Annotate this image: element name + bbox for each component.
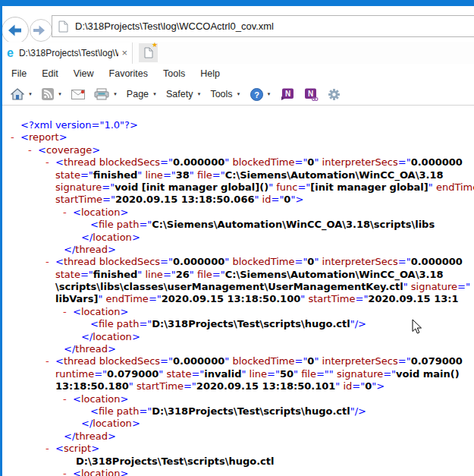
xml-token-m: =" (297, 181, 310, 193)
xml-token-v: 2020.09.15 13:18:50.101 (196, 380, 336, 392)
xml-token-m: =" (80, 269, 93, 280)
feeds-button[interactable]: ▼ (37, 84, 67, 104)
xml-token-v: finished (93, 269, 137, 280)
xml-line: -<location> (0, 468, 474, 476)
xml-token-n: thread (75, 343, 108, 355)
home-button[interactable]: ▼ (6, 84, 37, 104)
xml-token-n: blockedTime (232, 355, 294, 367)
xml-token-m: " (224, 156, 232, 168)
home-dropdown-caret[interactable]: ▼ (28, 92, 33, 96)
xml-line: </thread> (0, 430, 474, 443)
xml-token-n: state (55, 269, 80, 280)
xml-token-v: 0.000000 (411, 256, 463, 267)
menu-tools[interactable]: Tools (155, 65, 193, 82)
xml-token-m: " (268, 181, 276, 193)
safety-dropdown-caret: ▼ (196, 92, 201, 96)
xml-token-n: file path (99, 405, 140, 417)
xml-token-n: startTime (137, 380, 184, 392)
xml-token-n: report (29, 131, 59, 143)
xml-token-v: 50 (280, 368, 294, 380)
collapse-toggle[interactable]: - (46, 156, 49, 169)
xml-token-n: location (93, 331, 132, 342)
xml-token-m: =" (139, 219, 152, 230)
read-mail-button[interactable] (67, 84, 89, 104)
xml-line: state="finished" line="38" file="C:\Siem… (0, 169, 474, 181)
collapse-toggle[interactable]: - (46, 355, 49, 367)
help-button[interactable]: ? ▼ (246, 84, 276, 104)
xml-token-m: > (108, 430, 116, 442)
xml-token-n: thread blockedSecs (64, 355, 160, 367)
xml-token-m: > (121, 306, 129, 317)
xml-token-v: 2020.09.15 13:18:50.100 (162, 293, 301, 304)
collapse-toggle[interactable]: - (11, 131, 14, 143)
xml-token-n: thread blockedSecs (64, 156, 160, 168)
back-button[interactable] (2, 17, 29, 44)
xml-token-m: =" (457, 281, 470, 292)
xml-token-n: endTime (436, 181, 474, 193)
collapse-toggle[interactable]: - (63, 306, 67, 318)
print-button[interactable]: ▼ (89, 84, 122, 104)
forward-button[interactable] (30, 19, 52, 42)
settings-button[interactable] (323, 84, 345, 104)
home-icon (11, 88, 24, 100)
xml-token-m: > (132, 418, 140, 429)
xml-token-n: location (81, 393, 121, 405)
menu-edit[interactable]: Edit (34, 65, 66, 82)
address-bar[interactable]: D:\318Projects\Test\log\WCCOActrl0_cov.x… (52, 15, 474, 37)
xml-token-n: thread (75, 430, 108, 442)
xml-token-v: D:\318Projects\Test\scripts\hugo.ctl (152, 405, 350, 417)
xml-token-m: =" (294, 256, 307, 267)
xml-line: </location> (0, 331, 474, 343)
xml-token-m: > (92, 144, 100, 156)
safety-menu-button[interactable]: Safety ▼ (162, 84, 206, 104)
xml-token-m: " (314, 355, 322, 367)
menu-help[interactable]: Help (193, 65, 228, 82)
safety-menu-label: Safety (166, 89, 193, 99)
collapse-toggle[interactable]: - (63, 206, 67, 219)
send-to-onenote-button[interactable]: N (276, 84, 300, 104)
collapse-toggle[interactable]: - (63, 393, 67, 405)
xml-line: -<thread blockedSecs="0.000000" blockedT… (0, 256, 474, 268)
collapse-toggle[interactable]: - (46, 443, 49, 455)
help-dropdown-caret[interactable]: ▼ (267, 92, 272, 96)
xml-token-v: 0.000000 (173, 355, 224, 367)
tab-active[interactable]: e D:\318Projects\Test\log\W ... × (2, 43, 133, 64)
xml-token-m: </ (64, 430, 75, 442)
print-dropdown-caret[interactable]: ▼ (113, 92, 118, 96)
xml-token-m: =" (139, 318, 152, 329)
new-tab-button[interactable]: ★ (139, 43, 158, 62)
tools-menu-button[interactable]: Tools ▼ (206, 84, 245, 104)
tab-close-button[interactable]: × (121, 47, 127, 58)
feeds-dropdown-caret[interactable]: ▼ (58, 92, 62, 96)
onenote-linked-notes-button[interactable]: N (300, 84, 323, 104)
xml-token-n: signature (411, 281, 457, 292)
xml-token-n: interpreterSecs (322, 256, 398, 267)
menu-favorites[interactable]: Favorites (102, 65, 155, 82)
collapse-toggle[interactable]: - (46, 256, 49, 268)
xml-token-m: " (335, 380, 343, 392)
print-icon (94, 88, 109, 100)
tools-dropdown-caret: ▼ (237, 92, 241, 96)
xml-token-m: =" (398, 256, 411, 267)
xml-token-m: " (129, 380, 137, 392)
new-tab-page-icon (144, 47, 153, 58)
xml-line: <file path="D:\318Projects\Test\scripts\… (0, 318, 474, 330)
xml-token-m: " (137, 269, 145, 280)
svg-text:?: ? (254, 90, 259, 99)
xml-token-n: location (81, 468, 121, 476)
settings-gear-icon (328, 88, 341, 101)
xml-line: -<location> (0, 206, 474, 219)
xml-token-n: line (145, 169, 162, 181)
xml-token-m: ="" (316, 368, 337, 380)
xml-token-m: > (59, 131, 67, 143)
menu-view[interactable]: View (66, 65, 102, 82)
xml-token-m: </ (64, 343, 75, 355)
menu-file[interactable]: File (4, 65, 34, 82)
xml-token-v: 38 (176, 169, 190, 181)
collapse-toggle[interactable]: - (63, 468, 67, 476)
xml-token-m: </ (81, 232, 93, 243)
page-menu-button[interactable]: Page ▼ (122, 84, 162, 104)
svg-text:N: N (307, 89, 312, 97)
collapse-toggle[interactable]: - (28, 144, 32, 156)
tab-bar: e D:\318Projects\Test\log\W ... × ★ (2, 42, 474, 64)
